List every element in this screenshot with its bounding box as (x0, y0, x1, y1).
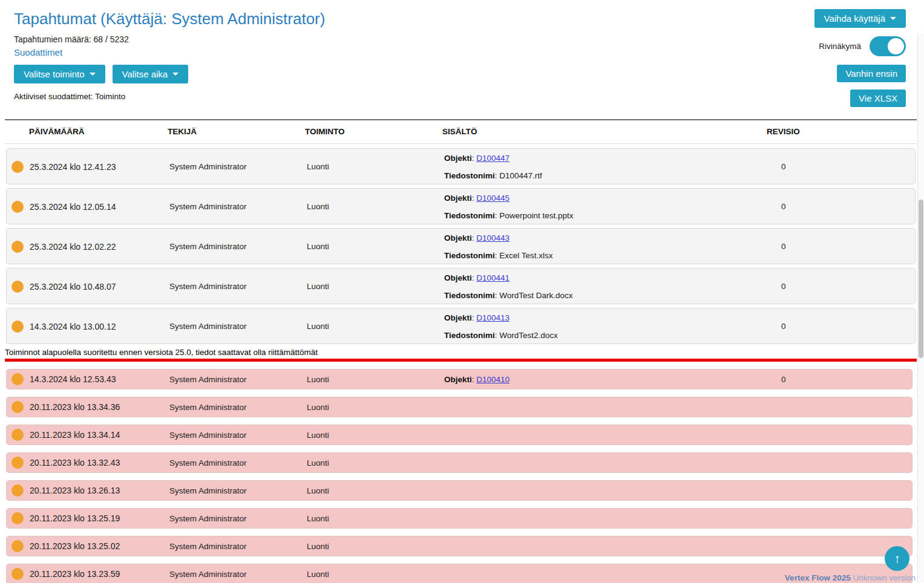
event-action: Luonti (302, 481, 439, 500)
row-view-label: Rivinäkymä (819, 42, 861, 51)
status-dot-icon (11, 484, 24, 497)
event-date: 14.3.2024 klo 13.00.12 (30, 322, 116, 331)
object-link[interactable]: D100447 (476, 154, 510, 163)
event-author: System Administrator (165, 308, 302, 344)
page-scrollbar[interactable] (917, 33, 924, 583)
event-date: 25.3.2024 klo 12.41.23 (30, 162, 116, 172)
select-time-label: Valitse aika (122, 69, 168, 79)
oldest-first-container: Vanhin ensin (837, 65, 906, 82)
legacy-divider (5, 359, 917, 362)
status-dot-icon (11, 401, 24, 413)
object-link[interactable]: D100413 (476, 313, 510, 322)
event-date: 25.3.2024 klo 12.05.14 (30, 202, 116, 212)
table-row: 14.3.2024 klo 13.00.12 System Administra… (6, 308, 916, 344)
object-link[interactable]: D100441 (476, 273, 510, 282)
event-revision: 0 (764, 308, 915, 344)
scrollbar-thumb[interactable] (919, 200, 923, 358)
table-row: 20.11.2023 klo 13.34.36 System Administr… (6, 397, 913, 417)
event-content: Objekti: D100445 Tiedostonimi: Powerpoin… (439, 189, 764, 224)
select-time-button[interactable]: Valitse aika (113, 65, 189, 83)
table-row: 20.11.2023 klo 13.23.59 System Administr… (6, 564, 913, 583)
legacy-warning-text: Toiminnot alapuolella suoritettu ennen v… (5, 348, 917, 357)
event-date: 20.11.2023 klo 13.32.43 (30, 458, 120, 467)
event-action: Luonti (302, 425, 439, 445)
status-dot-icon (11, 568, 24, 580)
event-revision (764, 425, 912, 445)
event-content (439, 425, 764, 445)
filename-value: WordTest2.docx (499, 331, 558, 340)
arrow-up-icon: ↑ (894, 552, 900, 566)
table-row: 25.3.2024 klo 12.02.22 System Administra… (6, 228, 916, 264)
object-label: Objekti (444, 194, 472, 203)
event-action: Luonti (302, 453, 439, 472)
event-action: Luonti (302, 564, 439, 583)
column-header-author: TEKIJÄ (163, 127, 300, 136)
status-dot-icon (11, 281, 24, 293)
table-row: 20.11.2023 klo 13.25.02 System Administr… (6, 536, 913, 556)
footer-version: Unknown version (853, 573, 916, 582)
row-view-toggle[interactable] (870, 36, 906, 56)
table-header-row: PÄIVÄMÄÄRÄ TEKIJÄ TOIMINTO SISÄLTÖ REVIS… (5, 119, 917, 144)
event-action: Luonti (302, 536, 439, 556)
event-content (439, 536, 764, 556)
filename-label: Tiedostonimi (444, 291, 495, 300)
page-title: Tapahtumat (Käyttäjä: System Administrat… (14, 10, 325, 28)
event-date: 25.3.2024 klo 10.48.07 (30, 282, 116, 292)
event-author: System Administrator (165, 189, 302, 224)
filename-label: Tiedostonimi (444, 331, 495, 340)
switch-user-button[interactable]: Vaihda käyttäjä (814, 9, 906, 28)
table-row: 20.11.2023 klo 13.25.19 System Administr… (6, 508, 913, 529)
event-revision (764, 397, 912, 417)
event-author: System Administrator (165, 425, 302, 445)
table-row: 25.3.2024 klo 10.48.07 System Administra… (6, 268, 916, 304)
event-revision: 0 (764, 149, 915, 184)
object-link[interactable]: D100445 (476, 194, 510, 203)
status-dot-icon (11, 241, 24, 253)
event-content (439, 397, 764, 417)
export-xlsx-button[interactable]: Vie XLSX (850, 90, 906, 107)
event-content (439, 509, 764, 528)
object-link[interactable]: D100443 (476, 233, 510, 243)
table-row: 20.11.2023 klo 13.34.14 System Administr… (6, 425, 913, 445)
object-label: Objekti (444, 273, 472, 282)
event-date: 20.11.2023 klo 13.34.36 (30, 402, 120, 412)
event-action: Luonti (302, 269, 439, 304)
status-dot-icon (11, 201, 24, 213)
event-author: System Administrator (165, 453, 302, 472)
switch-user-container: Vaihda käyttäjä (814, 9, 906, 28)
oldest-first-button[interactable]: Vanhin ensin (837, 65, 906, 82)
event-author: System Administrator (165, 564, 302, 583)
event-revision (764, 509, 912, 528)
status-dot-icon (11, 457, 24, 469)
events-table: PÄIVÄMÄÄRÄ TEKIJÄ TOIMINTO SISÄLTÖ REVIS… (5, 119, 917, 583)
event-revision: 0 (764, 370, 912, 389)
event-author: System Administrator (165, 397, 302, 417)
event-date: 20.11.2023 klo 13.25.02 (30, 541, 120, 551)
column-header-action: TOIMINTO (300, 127, 437, 136)
row-view-container: Rivinäkymä (819, 36, 906, 56)
object-label: Objekti (444, 233, 472, 243)
object-link[interactable]: D100410 (476, 375, 510, 384)
event-content: Objekti: D100413 Tiedostonimi: WordTest2… (439, 308, 764, 344)
object-label: Objekti (444, 154, 472, 163)
event-action: Luonti (302, 308, 439, 344)
event-content (439, 564, 764, 583)
table-row: 14.3.2024 klo 12.53.43 System Administra… (6, 369, 913, 389)
table-row: 20.11.2023 klo 13.32.43 System Administr… (6, 452, 913, 473)
caret-down-icon (172, 73, 179, 76)
event-date: 20.11.2023 klo 13.23.59 (30, 569, 120, 579)
event-date: 25.3.2024 klo 12.02.22 (30, 242, 116, 252)
event-author: System Administrator (165, 536, 302, 556)
filename-label: Tiedostonimi (444, 171, 495, 180)
event-revision: 0 (764, 189, 915, 224)
event-author: System Administrator (165, 370, 302, 389)
event-action: Luonti (302, 189, 439, 224)
filters-link[interactable]: Suodattimet (14, 47, 62, 57)
event-date: 20.11.2023 klo 13.26.13 (30, 486, 120, 495)
scroll-to-top-button[interactable]: ↑ (885, 546, 909, 571)
select-action-button[interactable]: Valitse toiminto (14, 65, 105, 83)
object-label: Objekti (444, 375, 472, 384)
event-content: Objekti: D100410 (439, 370, 764, 389)
event-action: Luonti (302, 149, 439, 184)
event-author: System Administrator (165, 269, 302, 304)
